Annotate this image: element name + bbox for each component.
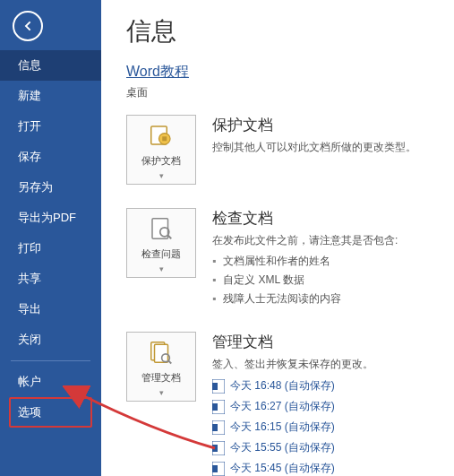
protect-title: 保护文档 [212,115,445,135]
svg-rect-11 [212,383,218,390]
dropdown-caret-icon: ▾ [159,388,164,397]
protect-section: 保护文档 ▾ 保护文档 控制其他人可以对此文档所做的更改类型。 [126,115,445,185]
inspect-bullet: 自定义 XML 数据 [212,271,445,290]
autosave-list: 今天 16:48 (自动保存) 今天 16:27 (自动保存) 今天 16:15… [212,376,445,476]
page-title: 信息 [126,14,445,48]
svg-rect-2 [162,136,167,141]
word-doc-icon [212,462,225,476]
sidebar-item-save[interactable]: 保存 [0,142,101,172]
dropdown-caret-icon: ▾ [159,264,164,273]
protect-button-label: 保护文档 [141,154,181,168]
backstage-sidebar: 信息 新建 打开 保存 另存为 导出为PDF 打印 共享 导出 关闭 帐户 选项 [0,0,101,476]
sidebar-item-info[interactable]: 信息 [0,50,101,81]
inspect-title: 检查文档 [212,208,445,229]
lock-icon [146,120,176,151]
sidebar-item-saveas[interactable]: 另存为 [0,172,101,203]
protect-document-button[interactable]: 保护文档 ▾ [126,115,196,185]
inspect-button-label: 检查问题 [141,247,181,261]
sidebar-item-new[interactable]: 新建 [0,81,101,111]
svg-rect-19 [212,465,218,472]
autosave-item[interactable]: 今天 16:27 (自动保存) [212,396,445,417]
sidebar-item-export[interactable]: 导出 [0,294,101,325]
autosave-item[interactable]: 今天 15:55 (自动保存) [212,437,445,458]
sidebar-item-exportpdf[interactable]: 导出为PDF [0,203,101,233]
manage-icon [146,337,176,368]
inspect-document-button[interactable]: 检查问题 ▾ [126,208,196,278]
word-doc-icon [212,420,225,435]
inspect-bullets: 文档属性和作者的姓名 自定义 XML 数据 残障人士无法阅读的内容 [212,252,445,308]
document-name-link[interactable]: Word教程 [126,63,445,82]
word-doc-icon [212,379,225,394]
manage-title: 管理文档 [212,332,445,352]
word-doc-icon [212,400,225,414]
autosave-item[interactable]: 今天 16:48 (自动保存) [212,376,445,396]
inspect-section: 检查问题 ▾ 检查文档 在发布此文件之前，请注意其是否包含: 文档属性和作者的姓… [126,208,445,308]
inspect-bullet: 文档属性和作者的姓名 [212,252,445,271]
svg-rect-17 [212,445,218,452]
dropdown-caret-icon: ▾ [159,171,164,180]
svg-line-9 [168,360,171,363]
svg-rect-13 [212,403,218,411]
autosave-item[interactable]: 今天 16:15 (自动保存) [212,417,445,437]
inspect-icon [146,213,176,244]
sidebar-item-print[interactable]: 打印 [0,233,101,264]
sidebar-item-account[interactable]: 帐户 [0,367,101,397]
autosave-item[interactable]: 今天 15:45 (自动保存) [212,458,445,476]
manage-button-label: 管理文档 [141,371,181,385]
main-panel: 信息 Word教程 桌面 保护文档 ▾ 保护文档 控制其他人可以对此文档所做的更… [101,0,454,476]
sidebar-item-open[interactable]: 打开 [0,111,101,142]
manage-document-button[interactable]: 管理文档 ▾ [126,332,196,402]
manage-desc: 签入、签出并恢复未保存的更改。 [212,356,445,372]
back-button[interactable] [13,11,43,41]
protect-desc: 控制其他人可以对此文档所做的更改类型。 [212,139,445,155]
arrow-left-icon [21,19,35,33]
sidebar-item-share[interactable]: 共享 [0,264,101,294]
svg-rect-15 [212,424,218,431]
document-location: 桌面 [126,85,445,100]
inspect-intro: 在发布此文件之前，请注意其是否包含: [212,232,445,248]
sidebar-item-close[interactable]: 关闭 [0,325,101,355]
sidebar-separator [11,360,90,361]
inspect-bullet: 残障人士无法阅读的内容 [212,290,445,308]
word-doc-icon [212,441,225,455]
sidebar-item-options[interactable]: 选项 [9,397,92,428]
manage-section: 管理文档 ▾ 管理文档 签入、签出并恢复未保存的更改。 今天 16:48 (自动… [126,332,445,476]
